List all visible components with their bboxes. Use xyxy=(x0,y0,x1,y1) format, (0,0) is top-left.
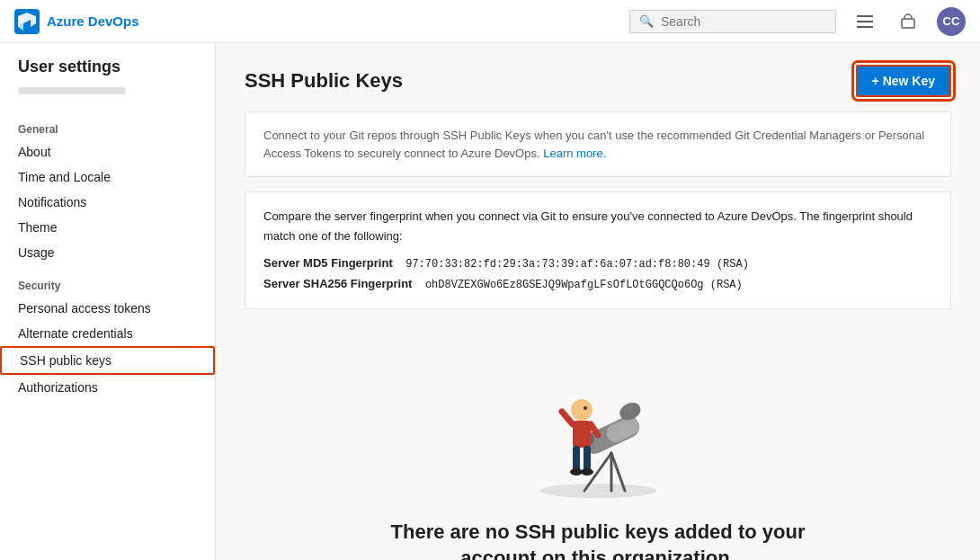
svg-line-17 xyxy=(562,412,573,424)
sidebar-item-ssh-keys[interactable]: SSH public keys xyxy=(0,346,215,375)
sidebar-item-pat[interactable]: Personal access tokens xyxy=(0,296,215,321)
avatar-initials: CC xyxy=(943,14,960,28)
sha256-label: Server SHA256 Fingerprint xyxy=(263,277,412,290)
empty-state: There are no SSH public keys added to yo… xyxy=(245,327,951,560)
md5-label: Server MD5 Fingerprint xyxy=(263,256,393,270)
sidebar-item-time-locale[interactable]: Time and Locale xyxy=(0,164,215,190)
sidebar-title: User settings xyxy=(0,58,215,87)
svg-rect-20 xyxy=(584,446,591,471)
search-input[interactable] xyxy=(661,14,826,29)
new-key-button[interactable]: + New Key xyxy=(856,65,951,97)
learn-more-link[interactable]: Learn more. xyxy=(543,147,606,160)
svg-rect-3 xyxy=(857,15,873,17)
sidebar-item-authorizations[interactable]: Authorizations xyxy=(0,375,215,400)
layout: User settings General About Time and Loc… xyxy=(0,43,980,560)
sidebar: User settings General About Time and Loc… xyxy=(0,43,216,560)
sidebar-item-notifications[interactable]: Notifications xyxy=(0,190,215,215)
svg-rect-19 xyxy=(573,446,580,471)
info-box: Connect to your Git repos through SSH Pu… xyxy=(245,111,951,177)
fingerprint-intro: Compare the server fingerprint when you … xyxy=(263,207,932,246)
md5-fingerprint: Server MD5 Fingerprint 97:70:33:82:fd:29… xyxy=(263,253,932,273)
sidebar-section-general: General xyxy=(0,109,215,139)
sidebar-user-bar xyxy=(18,87,126,94)
svg-point-22 xyxy=(581,468,593,476)
fingerprint-box: Compare the server fingerprint when you … xyxy=(245,191,951,309)
sidebar-item-theme[interactable]: Theme xyxy=(0,215,215,240)
sidebar-section-security: Security xyxy=(0,265,215,296)
search-icon: 🔍 xyxy=(639,14,654,28)
azure-devops-logo-icon xyxy=(14,9,40,34)
svg-point-21 xyxy=(570,468,583,476)
page-header: SSH Public Keys + New Key xyxy=(245,65,951,97)
md5-value: 97:70:33:82:fd:29:3a:73:39:af:6a:07:ad:f… xyxy=(405,258,749,271)
avatar[interactable]: CC xyxy=(937,7,966,36)
svg-point-23 xyxy=(584,406,587,410)
sidebar-item-about[interactable]: About xyxy=(0,139,215,164)
brand[interactable]: Azure DevOps xyxy=(14,9,139,34)
main-content: SSH Public Keys + New Key Connect to you… xyxy=(216,43,980,560)
svg-point-15 xyxy=(571,399,592,421)
menu-icon[interactable] xyxy=(851,7,879,36)
empty-title: There are no SSH public keys added to yo… xyxy=(364,520,832,560)
svg-point-7 xyxy=(539,484,656,498)
sidebar-item-alt-creds[interactable]: Alternate credentials xyxy=(0,321,215,346)
telescope-illustration-icon xyxy=(517,345,679,498)
basket-icon[interactable] xyxy=(894,7,922,36)
sha256-value: ohD8VZEXGWo6Ez8GSEJQ9WpafgLFsOfLOtGGQCQo… xyxy=(425,279,743,291)
search-box[interactable]: 🔍 xyxy=(629,10,836,33)
page-title: SSH Public Keys xyxy=(245,69,403,93)
svg-rect-6 xyxy=(902,19,914,28)
topnav-icons: CC xyxy=(851,7,966,36)
sidebar-item-usage[interactable]: Usage xyxy=(0,240,215,265)
info-text: Connect to your Git repos through SSH Pu… xyxy=(263,127,932,162)
svg-rect-4 xyxy=(857,21,873,22)
brand-name: Azure DevOps xyxy=(47,13,139,29)
sidebar-user-block xyxy=(0,87,215,109)
topnav: Azure DevOps 🔍 CC xyxy=(0,0,980,43)
sha256-fingerprint: Server SHA256 Fingerprint ohD8VZEXGWo6Ez… xyxy=(263,274,932,294)
svg-rect-5 xyxy=(857,26,873,28)
